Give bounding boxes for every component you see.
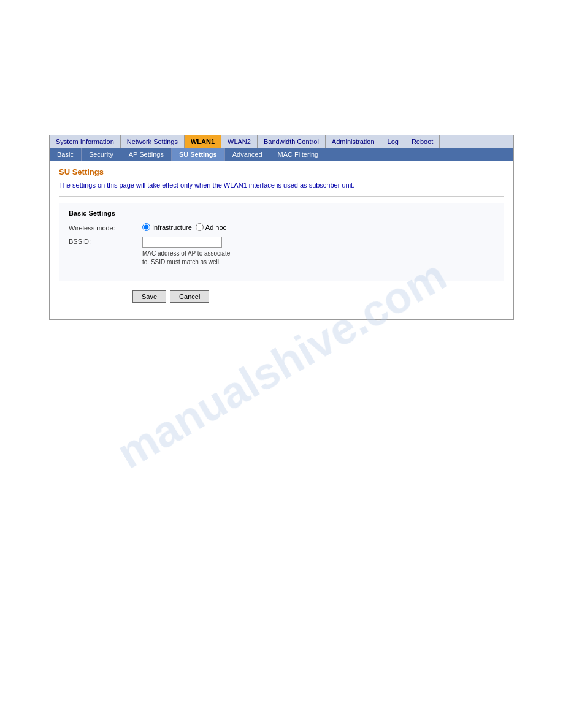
radio-infrastructure[interactable]	[142, 223, 150, 231]
radio-adhoc-label: Ad hoc	[205, 224, 226, 231]
page-title: SU Settings	[59, 167, 504, 176]
button-row: Save Cancel	[59, 290, 504, 303]
tab-basic[interactable]: Basic	[50, 148, 82, 161]
tab-wlan2[interactable]: WLAN2	[221, 135, 258, 148]
tab-log[interactable]: Log	[381, 135, 405, 148]
tab-advanced[interactable]: Advanced	[225, 148, 270, 161]
bssid-row: BSSID: MAC address of AP to associate to…	[69, 237, 494, 267]
radio-infrastructure-option[interactable]: Infrastructure	[142, 223, 192, 231]
divider	[59, 196, 504, 197]
save-button[interactable]: Save	[132, 290, 166, 303]
tab-system-information[interactable]: System Information	[50, 135, 121, 148]
tab-ap-settings[interactable]: AP Settings	[121, 148, 172, 161]
nav-bar-second: Basic Security AP Settings SU Settings A…	[49, 148, 514, 161]
description-text: The settings on this page will take effe…	[59, 181, 504, 189]
wireless-mode-controls: Infrastructure Ad hoc	[142, 223, 226, 231]
cancel-button[interactable]: Cancel	[170, 290, 209, 303]
content-area: SU Settings The settings on this page wi…	[49, 161, 514, 320]
tab-network-settings[interactable]: Network Settings	[121, 135, 185, 148]
tab-reboot[interactable]: Reboot	[405, 135, 440, 148]
basic-settings-section: Basic Settings Wireless mode: Infrastruc…	[59, 203, 504, 281]
radio-adhoc[interactable]	[196, 223, 204, 231]
tab-mac-filtering[interactable]: MAC Filtering	[270, 148, 327, 161]
section-title: Basic Settings	[69, 210, 494, 217]
radio-adhoc-option[interactable]: Ad hoc	[196, 223, 226, 231]
bssid-help-line1: MAC address of AP to associate	[142, 250, 230, 257]
tab-administration[interactable]: Administration	[326, 135, 381, 148]
wireless-mode-row: Wireless mode: Infrastructure Ad hoc	[69, 223, 494, 232]
nav-bar-top: System Information Network Settings WLAN…	[49, 135, 514, 148]
tab-su-settings[interactable]: SU Settings	[172, 148, 225, 161]
tab-wlan1[interactable]: WLAN1	[185, 135, 221, 148]
bssid-help-line2: to. SSID must match as well.	[142, 259, 221, 265]
bssid-label: BSSID:	[69, 237, 142, 245]
bssid-help: MAC address of AP to associate to. SSID …	[142, 249, 230, 267]
bssid-input[interactable]	[142, 237, 222, 248]
tab-security[interactable]: Security	[82, 148, 121, 161]
bssid-controls: MAC address of AP to associate to. SSID …	[142, 237, 230, 267]
wireless-mode-label: Wireless mode:	[69, 223, 142, 232]
tab-bandwidth-control[interactable]: Bandwidth Control	[258, 135, 326, 148]
radio-infrastructure-label: Infrastructure	[152, 224, 192, 231]
